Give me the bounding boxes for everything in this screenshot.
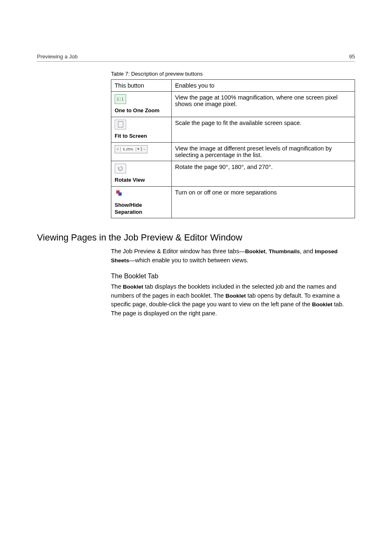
cell-desc: Turn on or off one or more separations: [172, 186, 355, 218]
zoom-value: 6.25%: [121, 147, 136, 151]
button-label: One to One Zoom: [115, 107, 168, 114]
show-hide-separation-icon[interactable]: [115, 189, 124, 197]
rotate-view-icon[interactable]: [115, 164, 126, 173]
intro-paragraph: The Job Preview & Editor window has thre…: [111, 247, 355, 265]
zoom-percentage-selector[interactable]: + 6.25% ▼ −: [115, 145, 148, 153]
col-header-button: This button: [111, 80, 172, 92]
table-row: + 6.25% ▼ − View the image at different …: [111, 142, 355, 161]
one-to-one-zoom-icon[interactable]: 1:1: [115, 94, 126, 104]
table-row: Rotate View Rotate the page 90°, 180°, a…: [111, 161, 355, 186]
table-caption: Table 7: Description of preview buttons: [111, 71, 355, 77]
table-row: Fit to Screen Scale the page to fit the …: [111, 117, 355, 142]
subsection-heading: The Booklet Tab: [111, 273, 355, 280]
section-heading: Viewing Pages in the Job Preview & Edito…: [37, 232, 355, 243]
cell-desc: Rotate the page 90°, 180°, and 270°.: [172, 161, 355, 186]
cell-desc: View the page at 100% magnification, whe…: [172, 92, 355, 117]
button-label: Rotate View: [115, 177, 168, 184]
col-header-desc: Enables you to: [172, 80, 355, 92]
zoom-plus-icon[interactable]: +: [115, 147, 121, 151]
button-label: Show/Hide Separation: [115, 202, 168, 216]
cell-desc: View the image at different preset level…: [172, 142, 355, 161]
header-left: Previewing a Job: [37, 53, 78, 60]
booklet-paragraph: The Booklet tab displays the booklets in…: [111, 282, 355, 318]
table-row: 1:1 One to One Zoom View the page at 100…: [111, 92, 355, 117]
preview-buttons-table: This button Enables you to 1:1 One to On…: [111, 79, 355, 218]
thumbnails-tab-name: Thumbnails: [269, 248, 300, 254]
page-header: Previewing a Job 95: [37, 53, 355, 62]
booklet-tab-name: Booklet: [245, 248, 265, 254]
page-number: 95: [349, 53, 355, 60]
cell-desc: Scale the page to fit the available scre…: [172, 117, 355, 142]
button-label: Fit to Screen: [115, 133, 168, 140]
dropdown-arrow-icon[interactable]: ▼: [136, 147, 141, 151]
zoom-minus-icon[interactable]: −: [141, 147, 147, 151]
fit-to-screen-icon[interactable]: [115, 120, 126, 130]
table-head-row: This button Enables you to: [111, 80, 355, 92]
table-row: Show/Hide Separation Turn on or off one …: [111, 186, 355, 218]
